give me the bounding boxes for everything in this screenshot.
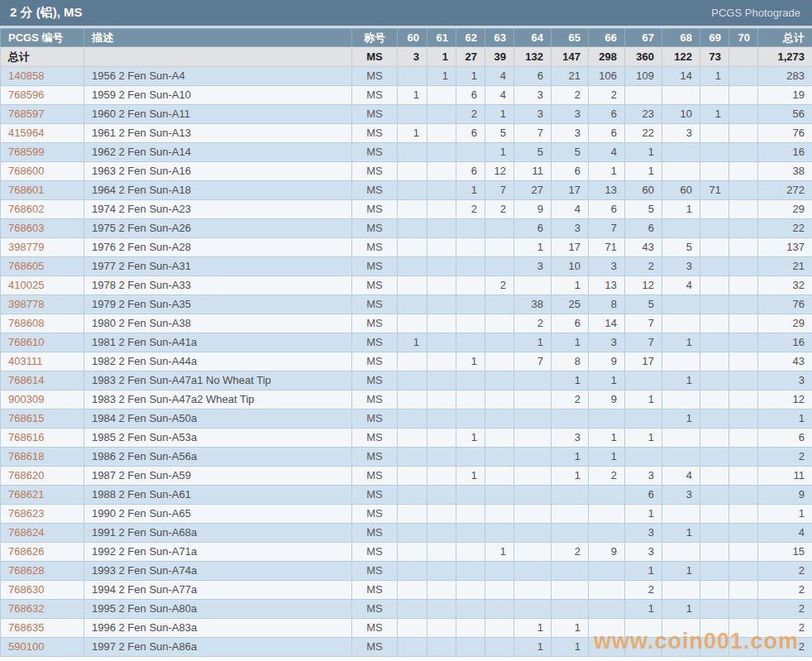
pcgs-number-link[interactable]: 768635 xyxy=(1,619,84,638)
row-total-cell: 6 xyxy=(758,429,812,448)
grade-65-cell: 2 xyxy=(552,390,589,410)
grade-67-cell: 1 xyxy=(625,505,662,524)
pcgs-number-link[interactable]: 768601 xyxy=(1,181,84,200)
grade-64-cell xyxy=(514,448,552,467)
designation-cell: MS xyxy=(352,86,398,105)
pcgs-number-link[interactable]: 415964 xyxy=(1,124,84,143)
grade-66-cell: 2 xyxy=(589,467,625,486)
grade-62-cell xyxy=(456,219,485,238)
grade-64-cell: 3 xyxy=(514,86,552,105)
col-header-grade-60: 60 xyxy=(398,29,427,47)
pcgs-number-link[interactable]: 140858 xyxy=(1,67,84,86)
grade-69-cell xyxy=(700,124,729,143)
designation-cell: MS xyxy=(352,295,398,314)
table-row: 9003091983 2 Fen Sun-A47a2 Wheat TipMS29… xyxy=(1,390,812,410)
pcgs-number-link[interactable]: 768632 xyxy=(1,600,84,619)
grade-65-cell: 2 xyxy=(552,543,589,562)
pcgs-number-link[interactable]: 768599 xyxy=(1,143,84,162)
pcgs-number-link[interactable]: 768603 xyxy=(1,219,84,238)
grade-70-cell xyxy=(729,219,758,238)
grade-62-cell: 1 xyxy=(456,467,485,486)
pcgs-number-link[interactable]: 768623 xyxy=(1,505,84,524)
grade-62-cell: 1 xyxy=(456,67,485,86)
pcgs-number-link[interactable]: 403111 xyxy=(1,352,84,371)
pcgs-number-link[interactable]: 768608 xyxy=(1,314,84,333)
pcgs-number-link[interactable]: 768602 xyxy=(1,200,84,219)
grade-62-cell xyxy=(456,238,485,257)
designation-cell: MS xyxy=(352,638,398,657)
description-cell: 1975 2 Fen Sun-A26 xyxy=(84,219,352,238)
pcgs-number-link[interactable]: 768628 xyxy=(1,562,84,581)
pcgs-number-link[interactable]: 900309 xyxy=(1,390,84,410)
description-cell: 1963 2 Fen Sun-A16 xyxy=(84,162,352,181)
table-row: 3987781979 2 Fen Sun-A35MS38258576 xyxy=(1,295,812,314)
grade-69-cell xyxy=(700,390,729,410)
grade-69-cell xyxy=(700,86,729,105)
grade-61-cell xyxy=(427,314,456,333)
grade-68-cell: 3 xyxy=(662,124,700,143)
table-row: 7686141983 2 Fen Sun-A47a1 No Wheat TipM… xyxy=(1,371,812,390)
grade-65-cell xyxy=(552,562,589,581)
pcgs-number-link[interactable]: 590100 xyxy=(1,638,84,657)
grade-68-cell xyxy=(662,162,700,181)
pcgs-number-link[interactable]: 398778 xyxy=(1,295,84,314)
grade-63-cell xyxy=(485,257,514,276)
grade-70-cell xyxy=(729,581,758,600)
pcgs-number-link[interactable]: 768618 xyxy=(1,448,84,467)
table-row: 7686031975 2 Fen Sun-A26MS637622 xyxy=(1,219,812,238)
grade-65-cell xyxy=(552,505,589,524)
grade-61-cell xyxy=(427,219,456,238)
grade-67-cell: 7 xyxy=(625,333,662,352)
designation-cell: MS xyxy=(352,543,398,562)
table-row: 7686151984 2 Fen Sun-A50aMS11 xyxy=(1,410,812,429)
grade-62-cell: 1 xyxy=(456,352,485,371)
grade-69-cell xyxy=(700,619,729,638)
pcgs-number-link[interactable]: 768600 xyxy=(1,162,84,181)
description-cell: 1962 2 Fen Sun-A14 xyxy=(84,143,352,162)
pcgs-number-link[interactable]: 768626 xyxy=(1,543,84,562)
pcgs-number-link[interactable]: 768605 xyxy=(1,257,84,276)
table-row: 7686301994 2 Fen Sun-A77aMS22 xyxy=(1,581,812,600)
pcgs-number-link[interactable]: 768596 xyxy=(1,86,84,105)
grade-70-cell xyxy=(729,67,758,86)
grade-63-cell xyxy=(485,410,514,429)
grade-61-cell xyxy=(427,86,456,105)
pcgs-number-link[interactable]: 768624 xyxy=(1,524,84,543)
pcgs-number-link[interactable]: 410025 xyxy=(1,276,84,295)
grade-60-cell xyxy=(398,295,427,314)
pcgs-number-link[interactable]: 768597 xyxy=(1,105,84,124)
grade-67-cell: 5 xyxy=(625,295,662,314)
pcgs-number-link[interactable]: 768630 xyxy=(1,581,84,600)
grade-66-cell: 14 xyxy=(589,314,625,333)
designation-cell: MS xyxy=(352,505,398,524)
grade-61-cell xyxy=(427,619,456,638)
grade-63-cell xyxy=(485,333,514,352)
pcgs-number-link[interactable]: 768620 xyxy=(1,467,84,486)
grade-66-cell: 7 xyxy=(589,219,625,238)
pcgs-number-link[interactable]: 398779 xyxy=(1,238,84,257)
grade-60-cell xyxy=(398,410,427,429)
pcgs-number-link[interactable]: 768616 xyxy=(1,429,84,448)
grade-69-cell xyxy=(700,333,729,352)
grade-67-cell: 1 xyxy=(625,600,662,619)
grade-67-cell: 43 xyxy=(625,238,662,257)
grade-68-cell: 1 xyxy=(662,371,700,390)
grade-64-cell: 7 xyxy=(514,124,552,143)
grade-64-cell: 3 xyxy=(514,257,552,276)
grade-66-cell: 3 xyxy=(589,257,625,276)
grade-63-cell xyxy=(485,371,514,390)
grade-65-cell: 6 xyxy=(552,314,589,333)
pcgs-number-link[interactable]: 768614 xyxy=(1,371,84,390)
row-total-cell: 12 xyxy=(758,390,812,410)
grade-69-cell: 1 xyxy=(700,105,729,124)
grade-62-cell xyxy=(456,486,485,505)
pcgs-number-link[interactable]: 768621 xyxy=(1,486,84,505)
grade-62-cell xyxy=(456,295,485,314)
pcgs-number-link[interactable]: 768615 xyxy=(1,410,84,429)
grade-65-cell xyxy=(552,410,589,429)
grade-63-cell xyxy=(485,467,514,486)
grade-66-cell xyxy=(589,600,625,619)
pcgs-number-link[interactable]: 768610 xyxy=(1,333,84,352)
grade-70-cell xyxy=(729,467,758,486)
grade-69-cell xyxy=(700,238,729,257)
